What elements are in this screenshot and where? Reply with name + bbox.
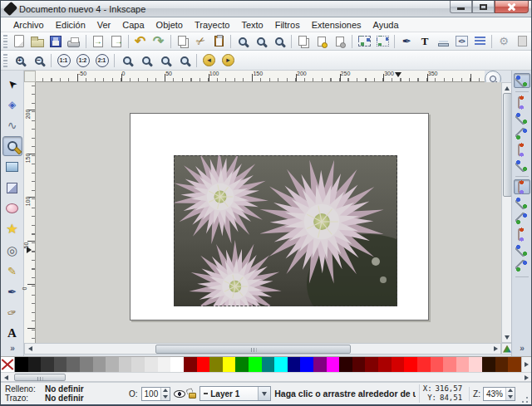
- palette-swatch[interactable]: [223, 357, 236, 372]
- layer-selector[interactable]: Layer 1: [200, 386, 271, 401]
- zoom-next-button[interactable]: ▸: [219, 52, 238, 69]
- create-clone-button[interactable]: [313, 33, 331, 50]
- new-document-button[interactable]: [10, 33, 28, 50]
- palette-swatch[interactable]: [262, 357, 275, 372]
- snap-bbox-corners-button[interactable]: [514, 126, 530, 141]
- zoom-spinbox[interactable]: 43%: [483, 387, 515, 401]
- rectangle-tool-button[interactable]: [2, 157, 22, 177]
- palette-swatch[interactable]: [170, 357, 184, 372]
- palette-swatch[interactable]: [145, 357, 158, 372]
- menu-trayecto[interactable]: Trayecto: [189, 19, 235, 31]
- palette-swatch[interactable]: [184, 357, 197, 372]
- zoom-previous-button[interactable]: ◂: [200, 52, 219, 69]
- snap-nodes-button[interactable]: [514, 179, 530, 194]
- xml-editor-button[interactable]: <>: [452, 33, 470, 50]
- palette-swatch[interactable]: [508, 357, 521, 372]
- calligraphy-tool-button[interactable]: ✑: [2, 302, 22, 322]
- snap-smooth-nodes-button[interactable]: [514, 242, 530, 257]
- pencil-tool-button[interactable]: ✎: [2, 261, 22, 281]
- palette-swatch[interactable]: [495, 357, 509, 372]
- snap-midpoints-button[interactable]: [514, 258, 530, 273]
- palette-swatch[interactable]: [93, 357, 106, 372]
- paste-button[interactable]: [209, 33, 228, 50]
- menu-texto[interactable]: Texto: [235, 19, 268, 31]
- node-tool-button[interactable]: ◈: [2, 95, 22, 115]
- align-dialog-button[interactable]: [470, 33, 489, 50]
- zoom-tool-button[interactable]: [2, 136, 22, 156]
- resize-grip[interactable]: [519, 394, 530, 404]
- menu-capa[interactable]: Capa: [116, 19, 150, 31]
- opacity-spinbox[interactable]: 100: [141, 387, 171, 401]
- fill-stroke-dialog-button[interactable]: ✒: [397, 33, 416, 50]
- snap-bbox-midpoints-button[interactable]: [514, 142, 530, 157]
- palette-swatch[interactable]: [300, 357, 313, 372]
- unlink-clone-button[interactable]: [331, 33, 349, 50]
- palette-swatch[interactable]: [106, 357, 119, 372]
- group-objects-button[interactable]: [355, 33, 373, 50]
- horizontal-scroll-thumb[interactable]: [155, 345, 351, 354]
- palette-swatch[interactable]: [209, 357, 223, 372]
- menu-archivo[interactable]: Archivo: [7, 19, 50, 31]
- zoom-2-1-button[interactable]: 2:1: [92, 52, 111, 69]
- selector-tool-button[interactable]: ➤: [2, 74, 22, 94]
- palette-swatch[interactable]: [417, 357, 431, 372]
- no-color-swatch[interactable]: [1, 357, 15, 372]
- horizontal-ruler[interactable]: -50050100150200250300350: [36, 71, 485, 82]
- box3d-tool-button[interactable]: [2, 178, 22, 198]
- menu-edicion[interactable]: Edición: [50, 19, 91, 31]
- toolbar-grip[interactable]: [3, 54, 7, 67]
- text-dialog-button[interactable]: T: [416, 33, 434, 50]
- snap-paths-button[interactable]: [514, 195, 530, 210]
- menu-extensiones[interactable]: Extensiones: [306, 19, 367, 31]
- flower-photo[interactable]: [174, 155, 397, 306]
- document-page[interactable]: [130, 113, 429, 320]
- redo-button[interactable]: ↷: [150, 33, 168, 50]
- tweak-tool-button[interactable]: ∿: [2, 115, 22, 135]
- palette-swatch[interactable]: [158, 357, 171, 372]
- title-bar[interactable]: Documento nuevo 4 - Inkscape: [1, 1, 531, 17]
- snap-toggle-button[interactable]: [514, 73, 530, 88]
- menu-filtros[interactable]: Filtros: [269, 19, 306, 31]
- palette-swatch[interactable]: [339, 357, 352, 372]
- palette-swatch[interactable]: [274, 357, 288, 372]
- toolbar-grip[interactable]: [3, 35, 7, 48]
- open-document-button[interactable]: [28, 33, 47, 50]
- palette-swatch[interactable]: [28, 357, 42, 372]
- close-button[interactable]: [495, 1, 529, 13]
- cut-button[interactable]: ✂: [192, 33, 210, 50]
- zoom-drawing-fit-button[interactable]: [252, 33, 270, 50]
- palette-swatch[interactable]: [197, 357, 210, 372]
- zoom-selection-fit-button[interactable]: [234, 33, 252, 50]
- palette-swatch[interactable]: [15, 357, 28, 372]
- zoom-selection-button[interactable]: [117, 52, 136, 69]
- maximize-button[interactable]: [472, 1, 495, 13]
- undo-button[interactable]: ↶: [131, 33, 150, 50]
- palette-swatch[interactable]: [404, 357, 417, 372]
- palette-swatch[interactable]: [249, 357, 262, 372]
- duplicate-button[interactable]: [294, 33, 313, 50]
- palette-swatch[interactable]: [431, 357, 444, 372]
- zoom-drawing-button[interactable]: [136, 52, 155, 69]
- ellipse-tool-button[interactable]: [2, 198, 22, 218]
- document-properties-button[interactable]: [513, 33, 531, 50]
- ungroup-objects-button[interactable]: [373, 33, 392, 50]
- palette-swatch[interactable]: [469, 357, 482, 372]
- menu-ayuda[interactable]: Ayuda: [367, 19, 405, 31]
- toolbox-overflow-button[interactable]: »: [10, 344, 14, 353]
- palette-scrollbar[interactable]: [1, 372, 531, 382]
- copy-button[interactable]: [174, 33, 192, 50]
- palette-swatch[interactable]: [365, 357, 378, 372]
- palette-swatch[interactable]: [456, 357, 470, 372]
- zoom-page-width-button[interactable]: [175, 52, 194, 69]
- print-document-button[interactable]: [65, 33, 83, 50]
- palette-swatch[interactable]: [131, 357, 145, 372]
- snapbar-overflow-button[interactable]: »: [520, 344, 524, 353]
- snap-bbox-button[interactable]: [514, 95, 530, 110]
- scroll-right-arrow[interactable]: [490, 344, 500, 354]
- palette-swatch[interactable]: [378, 357, 392, 372]
- preferences-button[interactable]: ⚙: [495, 33, 513, 50]
- zoom-in-button[interactable]: +: [10, 52, 29, 69]
- canvas[interactable]: [36, 82, 501, 343]
- zoom-page-fit-button[interactable]: [270, 33, 288, 50]
- palette-swatch[interactable]: [80, 357, 93, 372]
